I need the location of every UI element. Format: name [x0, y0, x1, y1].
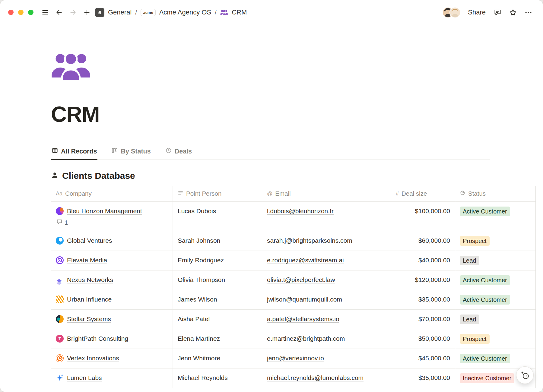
- email-cell[interactable]: e.rodriguez@swiftstream.ai: [262, 251, 391, 270]
- status-cell[interactable]: Prospect: [455, 231, 536, 251]
- email-link[interactable]: sarah.j@brightsparksolns.com: [267, 237, 352, 244]
- company-cell[interactable]: Bleu Horizon Management 1: [51, 202, 173, 231]
- company-cell[interactable]: Nexus Networks: [51, 270, 173, 290]
- breadcrumb-workspace[interactable]: Acme Agency OS: [159, 8, 211, 16]
- breadcrumb-page[interactable]: CRM: [232, 8, 247, 16]
- company-link[interactable]: Nexus Networks: [67, 275, 113, 284]
- point-person-cell[interactable]: Elena Martinez: [173, 329, 262, 349]
- minimize-window-button[interactable]: [18, 10, 24, 15]
- company-link[interactable]: Elevate Media: [67, 256, 107, 265]
- company-link[interactable]: Stellar Systems: [67, 315, 111, 324]
- company-link[interactable]: Lumen Labs: [67, 373, 102, 382]
- deal-size-cell[interactable]: $70,000.00: [391, 310, 455, 329]
- email-link[interactable]: e.martinez@brightpath.com: [267, 335, 345, 342]
- comments-icon[interactable]: [492, 7, 503, 18]
- favorite-star-icon[interactable]: [507, 7, 519, 18]
- table-row[interactable]: Lumen Labs Michael Reynolds michael.reyn…: [51, 368, 536, 388]
- table-row[interactable]: Urban Influence James Wilson jwilson@qua…: [51, 290, 536, 310]
- table-row[interactable]: Stellar Systems Aisha Patel a.patel@stel…: [51, 310, 536, 329]
- tab-all-records[interactable]: All Records: [51, 144, 97, 160]
- status-column-divider: [455, 186, 455, 388]
- more-options-icon[interactable]: [522, 7, 534, 18]
- sidebar-toggle-icon[interactable]: [40, 7, 51, 18]
- notion-ai-button[interactable]: [516, 366, 534, 384]
- email-link[interactable]: a.patel@stellarsystems.io: [267, 315, 339, 322]
- email-link[interactable]: e.rodriguez@swiftstream.ai: [267, 257, 344, 264]
- company-link[interactable]: Bleu Horizon Management: [67, 207, 142, 216]
- company-cell[interactable]: Lumen Labs: [51, 368, 173, 388]
- zoom-window-button[interactable]: [28, 10, 33, 15]
- company-cell[interactable]: Elevate Media: [51, 251, 173, 270]
- tab-deals[interactable]: Deals: [165, 144, 192, 160]
- breadcrumb-root[interactable]: General: [108, 8, 132, 16]
- email-link[interactable]: l.dubois@bleuhorizon.fr: [267, 207, 334, 214]
- point-person-cell[interactable]: Aisha Patel: [173, 310, 262, 329]
- table-row[interactable]: Vertex Innovations Jenn Whitmore jenn@ve…: [51, 349, 536, 368]
- deal-size-cell[interactable]: $35,000.00: [391, 290, 455, 309]
- deal-size-cell[interactable]: $35,000.00: [391, 368, 455, 388]
- deal-size-cell[interactable]: $40,000.00: [391, 251, 455, 270]
- table-row[interactable]: Elevate Media Emily Rodriguez e.rodrigue…: [51, 251, 536, 270]
- email-cell[interactable]: e.martinez@brightpath.com: [262, 329, 391, 349]
- table-row[interactable]: BrightPath Consulting Elena Martinez e.m…: [51, 329, 536, 349]
- deal-size-cell[interactable]: $50,000.00: [391, 329, 455, 349]
- deal-size-text: $35,000.00: [418, 374, 450, 381]
- company-link[interactable]: BrightPath Consulting: [67, 334, 128, 343]
- company-cell[interactable]: Vertex Innovations: [51, 349, 173, 368]
- email-link[interactable]: jenn@vertexinnov.io: [267, 355, 324, 362]
- column-header-status[interactable]: Status: [455, 186, 536, 201]
- email-cell[interactable]: olivia.t@pixelperfect.law: [262, 270, 391, 290]
- share-button[interactable]: Share: [465, 7, 488, 18]
- point-person-cell[interactable]: Sarah Johnson: [173, 231, 262, 251]
- deal-size-cell[interactable]: $100,000.00: [391, 202, 455, 231]
- point-person-cell[interactable]: Jenn Whitmore: [173, 349, 262, 368]
- column-header-deal-size[interactable]: # Deal size: [391, 186, 455, 201]
- table-row[interactable]: Bleu Horizon Management 1 Lucas Dubois l…: [51, 202, 536, 231]
- email-cell[interactable]: michael.reynolds@lumenlabs.com: [262, 368, 391, 388]
- people-group-icon[interactable]: [51, 50, 91, 82]
- email-cell[interactable]: jenn@vertexinnov.io: [262, 349, 391, 368]
- company-cell[interactable]: Stellar Systems: [51, 310, 173, 329]
- back-arrow-icon[interactable]: [53, 7, 65, 18]
- status-cell[interactable]: Prospect: [455, 329, 536, 349]
- deal-size-cell[interactable]: $60,000.00: [391, 231, 455, 251]
- point-person-cell[interactable]: Michael Reynolds: [173, 368, 262, 388]
- deal-size-cell[interactable]: $45,000.00: [391, 349, 455, 368]
- status-cell[interactable]: Active Customer: [455, 270, 536, 290]
- plus-icon[interactable]: [81, 7, 93, 18]
- company-cell[interactable]: BrightPath Consulting: [51, 329, 173, 349]
- status-cell[interactable]: Lead: [455, 310, 536, 329]
- status-cell[interactable]: Lead: [455, 251, 536, 270]
- email-cell[interactable]: jwilson@quantumquill.com: [262, 290, 391, 309]
- status-cell[interactable]: Active Customer: [455, 202, 536, 231]
- email-link[interactable]: michael.reynolds@lumenlabs.com: [267, 374, 364, 381]
- email-link[interactable]: olivia.t@pixelperfect.law: [267, 276, 335, 283]
- forward-arrow-icon[interactable]: [67, 7, 79, 18]
- table-row[interactable]: Nexus Networks Olivia Thompson olivia.t@…: [51, 270, 536, 290]
- point-person-cell[interactable]: Olivia Thompson: [173, 270, 262, 290]
- company-link[interactable]: Vertex Innovations: [67, 354, 119, 363]
- point-person-cell[interactable]: James Wilson: [173, 290, 262, 309]
- email-cell[interactable]: a.patel@stellarsystems.io: [262, 310, 391, 329]
- deal-size-cell[interactable]: $120,000.00: [391, 270, 455, 290]
- collaborator-avatars[interactable]: [442, 7, 461, 18]
- comment-indicator[interactable]: 1: [56, 219, 168, 226]
- email-link[interactable]: jwilson@quantumquill.com: [267, 296, 342, 303]
- point-person-cell[interactable]: Emily Rodriguez: [173, 251, 262, 270]
- point-person-cell[interactable]: Lucas Dubois: [173, 202, 262, 231]
- column-header-point-person[interactable]: Point Person: [173, 186, 262, 201]
- company-link[interactable]: Global Ventures: [67, 236, 112, 245]
- table-row[interactable]: Global Ventures Sarah Johnson sarah.j@br…: [51, 231, 536, 251]
- home-icon[interactable]: [95, 8, 104, 17]
- status-cell[interactable]: Active Customer: [455, 290, 536, 309]
- column-header-company[interactable]: Aa Company: [51, 186, 173, 201]
- company-link[interactable]: Urban Influence: [67, 295, 112, 304]
- column-header-email[interactable]: @ Email: [262, 186, 391, 201]
- tab-by-status[interactable]: By Status: [111, 144, 151, 160]
- status-cell[interactable]: Active Customer: [455, 349, 536, 368]
- close-window-button[interactable]: [8, 10, 14, 15]
- email-cell[interactable]: sarah.j@brightsparksolns.com: [262, 231, 391, 251]
- company-cell[interactable]: Global Ventures: [51, 231, 173, 251]
- company-cell[interactable]: Urban Influence: [51, 290, 173, 309]
- email-cell[interactable]: l.dubois@bleuhorizon.fr: [262, 202, 391, 231]
